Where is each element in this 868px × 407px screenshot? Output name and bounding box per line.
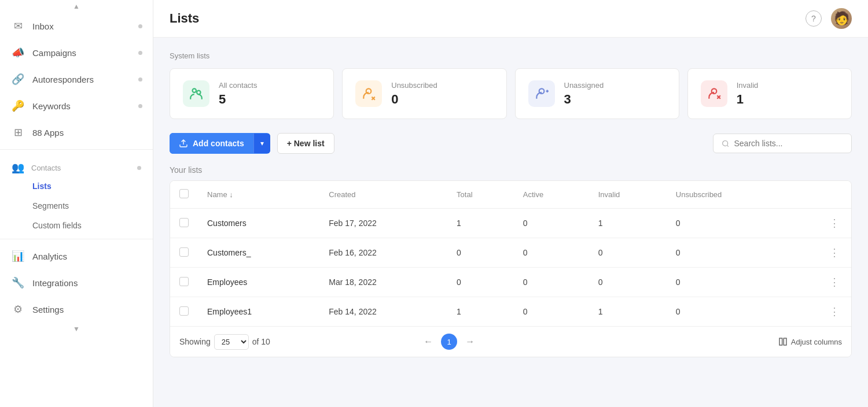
table-row: Customers Feb 17, 2022 1 0 1 0 ⋮ xyxy=(170,209,851,238)
sidebar-item-label: Autoresponders xyxy=(32,75,94,84)
new-list-button[interactable]: + New list xyxy=(277,133,334,154)
contacts-icon: 👥 xyxy=(12,161,24,174)
new-list-label: + New list xyxy=(287,139,325,148)
sidebar-item-settings[interactable]: ⚙ Settings xyxy=(0,296,153,323)
add-contacts-dropdown-button[interactable]: ▾ xyxy=(253,134,270,153)
next-page-button[interactable]: → xyxy=(462,334,478,350)
row-checkbox-cell[interactable] xyxy=(170,297,198,327)
svg-rect-14 xyxy=(779,338,782,345)
unsubscribed-count: 0 xyxy=(391,92,437,107)
search-lists-wrap[interactable] xyxy=(713,134,852,153)
created-column-header[interactable]: Created xyxy=(319,181,447,209)
add-contacts-button[interactable]: Add contacts ▾ xyxy=(170,133,270,154)
row-actions-button[interactable]: ⋮ xyxy=(791,297,851,327)
invalid-header-label: Invalid xyxy=(598,190,620,199)
sidebar-item-label: Analytics xyxy=(32,251,67,261)
row-checkbox[interactable] xyxy=(179,277,189,286)
sidebar-item-campaigns[interactable]: 📣 Campaigns xyxy=(0,39,153,66)
notification-dot xyxy=(138,51,142,55)
page-number: 1 xyxy=(447,338,451,346)
name-column-header[interactable]: Name ↓ xyxy=(198,181,319,209)
unsubscribed-column-header[interactable]: Unsubscribed xyxy=(667,181,791,209)
svg-rect-15 xyxy=(784,338,786,345)
lists-table-container: Name ↓ Created Total Active Invalid xyxy=(170,180,852,357)
row-name[interactable]: Employees1 xyxy=(198,297,319,327)
sidebar-item-inbox[interactable]: ✉ Inbox xyxy=(0,13,153,39)
system-lists-label: System lists xyxy=(170,51,852,60)
unassigned-icon xyxy=(528,80,555,107)
sys-card-unassigned[interactable]: Unassigned 3 xyxy=(515,68,679,119)
sidebar-item-label: Keywords xyxy=(32,101,71,111)
sidebar-item-label: Inbox xyxy=(32,21,54,31)
row-unsubscribed: 0 xyxy=(667,209,791,238)
table-row: Customers_ Feb 16, 2022 0 0 0 0 ⋮ xyxy=(170,238,851,268)
row-checkbox-cell[interactable] xyxy=(170,268,198,297)
row-unsubscribed: 0 xyxy=(667,268,791,297)
row-active: 0 xyxy=(514,238,589,268)
apps-icon: ⊞ xyxy=(12,126,24,139)
row-name[interactable]: Employees xyxy=(198,268,319,297)
sys-card-unsubscribed[interactable]: Unsubscribed 0 xyxy=(342,68,506,119)
contacts-section-header[interactable]: 👥 Contacts xyxy=(0,153,153,176)
system-lists-grid: All contacts 5 Unsubscribed 0 Unassign xyxy=(170,68,852,119)
svg-point-0 xyxy=(193,88,197,92)
sidebar-item-segments[interactable]: Segments xyxy=(0,196,153,216)
sidebar-item-analytics[interactable]: 📊 Analytics xyxy=(0,243,153,269)
row-invalid: 0 xyxy=(589,238,667,268)
sidebar-item-apps[interactable]: ⊞ 88 Apps xyxy=(0,119,153,146)
settings-icon: ⚙ xyxy=(12,303,24,316)
table-body: Customers Feb 17, 2022 1 0 1 0 ⋮ Custome… xyxy=(170,209,851,327)
row-checkbox[interactable] xyxy=(179,306,189,316)
invalid-column-header[interactable]: Invalid xyxy=(589,181,667,209)
sidebar-divider-2 xyxy=(0,239,153,239)
page-1-button[interactable]: 1 xyxy=(441,334,457,350)
row-name[interactable]: Customers_ xyxy=(198,238,319,268)
unassigned-name: Unassigned xyxy=(564,81,604,90)
of-label: of 10 xyxy=(252,337,270,346)
row-checkbox[interactable] xyxy=(179,247,189,257)
sidebar-item-custom-fields[interactable]: Custom fields xyxy=(0,216,153,235)
all-contacts-name: All contacts xyxy=(219,81,257,90)
row-unsubscribed: 0 xyxy=(667,238,791,268)
search-input[interactable] xyxy=(734,139,843,148)
row-actions-button[interactable]: ⋮ xyxy=(791,238,851,268)
user-avatar[interactable]: 🧑 xyxy=(831,8,852,29)
sys-card-invalid[interactable]: Invalid 1 xyxy=(687,68,852,119)
row-actions-button[interactable]: ⋮ xyxy=(791,209,851,238)
add-contacts-main-button[interactable]: Add contacts xyxy=(170,133,253,154)
row-name[interactable]: Customers xyxy=(198,209,319,238)
scroll-down-arrow[interactable]: ▼ xyxy=(0,323,153,335)
unassigned-count: 3 xyxy=(564,92,604,107)
chevron-down-icon: ▾ xyxy=(260,139,264,147)
scroll-up-arrow[interactable]: ▲ xyxy=(0,0,153,13)
pagination-bar: Showing 25 50 100 of 10 ← 1 → xyxy=(170,326,851,357)
action-bar: Add contacts ▾ + New list xyxy=(170,133,852,154)
help-button[interactable]: ? xyxy=(806,10,822,27)
prev-page-button[interactable]: ← xyxy=(420,334,436,350)
sidebar-item-integrations[interactable]: 🔧 Integrations xyxy=(0,269,153,296)
invalid-count: 1 xyxy=(737,92,759,107)
row-created: Feb 16, 2022 xyxy=(319,238,447,268)
active-header-label: Active xyxy=(523,190,543,199)
row-checkbox[interactable] xyxy=(179,218,189,227)
adjust-columns-label: Adjust columns xyxy=(791,338,842,346)
total-column-header[interactable]: Total xyxy=(447,181,514,209)
active-column-header[interactable]: Active xyxy=(514,181,589,209)
select-all-checkbox[interactable] xyxy=(179,189,189,198)
row-checkbox-cell[interactable] xyxy=(170,209,198,238)
sidebar-item-label: Settings xyxy=(32,305,64,314)
svg-line-13 xyxy=(727,145,728,146)
avatar-image: 🧑 xyxy=(834,11,849,26)
keywords-icon: 🔑 xyxy=(12,99,24,112)
sidebar-item-keywords[interactable]: 🔑 Keywords xyxy=(0,92,153,119)
created-header-label: Created xyxy=(329,190,355,199)
sys-card-all-contacts[interactable]: All contacts 5 xyxy=(170,68,334,119)
sidebar-item-autoresponders[interactable]: 🔗 Autoresponders xyxy=(0,66,153,92)
select-all-header[interactable] xyxy=(170,181,198,209)
per-page-select[interactable]: 25 50 100 xyxy=(214,334,249,350)
table-header-row: Name ↓ Created Total Active Invalid xyxy=(170,181,851,209)
adjust-columns-button[interactable]: Adjust columns xyxy=(778,337,842,346)
row-actions-button[interactable]: ⋮ xyxy=(791,268,851,297)
row-checkbox-cell[interactable] xyxy=(170,238,198,268)
sidebar-item-lists[interactable]: Lists xyxy=(0,176,153,196)
